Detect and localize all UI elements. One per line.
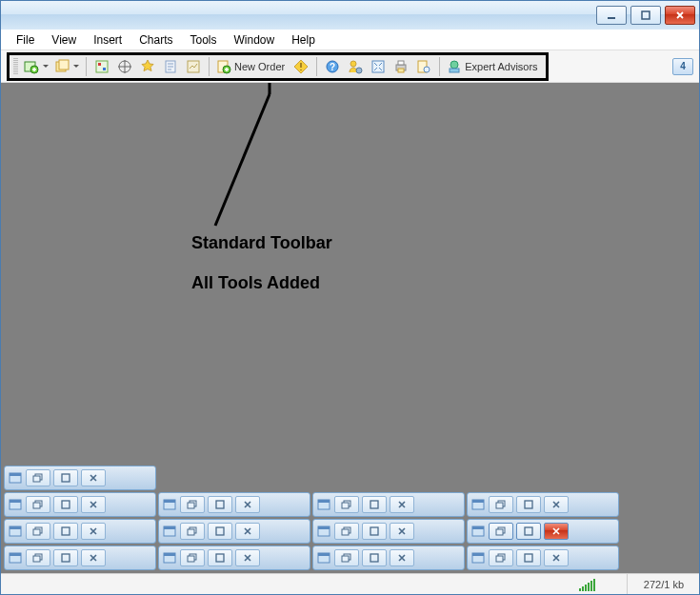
svg-point-23: [424, 67, 430, 72]
new-order-button[interactable]: New Order: [214, 56, 289, 77]
expert-advisors-button[interactable]: Expert Advisors: [445, 56, 541, 77]
mdi-restore-button[interactable]: [26, 496, 50, 513]
svg-line-27: [215, 94, 270, 226]
separator: [86, 57, 87, 76]
mdi-maximize-button[interactable]: [516, 523, 541, 540]
svg-rect-79: [164, 553, 175, 556]
mdi-restore-button[interactable]: [489, 496, 513, 513]
mdi-maximize-button[interactable]: [53, 496, 78, 513]
mdi-window[interactable]: [4, 492, 156, 517]
close-button[interactable]: [665, 6, 695, 25]
help-button[interactable]: ?: [322, 56, 343, 77]
minimize-button[interactable]: [596, 6, 627, 25]
mdi-close-button[interactable]: [544, 496, 569, 513]
mdi-restore-button[interactable]: [180, 549, 205, 566]
mdi-restore-button[interactable]: [26, 523, 50, 540]
notification-badge[interactable]: 4: [672, 58, 693, 75]
terminal-button[interactable]: [160, 56, 181, 77]
mdi-close-button[interactable]: [390, 496, 414, 513]
mdi-maximize-button[interactable]: [516, 496, 541, 513]
mdi-window[interactable]: [312, 545, 465, 570]
mdi-window[interactable]: [4, 545, 156, 570]
mdi-window[interactable]: [312, 519, 465, 544]
menu-insert[interactable]: Insert: [86, 31, 130, 49]
mdi-close-button[interactable]: [235, 549, 260, 566]
strategy-tester-button[interactable]: [183, 56, 204, 77]
maximize-button[interactable]: [630, 6, 661, 25]
mdi-maximize-button[interactable]: [208, 549, 232, 566]
mdi-close-button[interactable]: [390, 523, 414, 540]
svg-rect-67: [370, 527, 378, 535]
mdi-window[interactable]: [467, 519, 619, 544]
mdi-close-button[interactable]: [235, 523, 260, 540]
fullscreen-button[interactable]: [368, 56, 389, 77]
mdi-close-button[interactable]: [81, 469, 106, 486]
svg-rect-86: [342, 556, 349, 562]
mdi-maximize-button[interactable]: [362, 496, 387, 513]
metaquotes-button[interactable]: [290, 56, 311, 77]
menu-charts[interactable]: Charts: [131, 31, 180, 49]
data-window-button[interactable]: [137, 56, 158, 77]
mdi-window[interactable]: [467, 545, 619, 570]
svg-rect-61: [188, 529, 194, 535]
mdi-window[interactable]: [312, 492, 465, 517]
chart-window-icon: [8, 551, 23, 565]
workspace: Standard Toolbar All Tools Added: [1, 83, 699, 573]
menu-view[interactable]: View: [44, 31, 84, 49]
mdi-window[interactable]: [158, 545, 310, 570]
mdi-restore-button[interactable]: [180, 523, 205, 540]
mdi-close-button[interactable]: [81, 523, 106, 540]
svg-rect-57: [62, 527, 70, 535]
mdi-close-button[interactable]: [390, 549, 414, 566]
mdi-close-button[interactable]: [544, 549, 569, 566]
svg-rect-81: [188, 556, 194, 562]
menu-tools[interactable]: Tools: [183, 31, 225, 49]
mdi-restore-button[interactable]: [489, 549, 513, 566]
mdi-maximize-button[interactable]: [208, 523, 232, 540]
mdi-window[interactable]: [4, 466, 156, 490]
svg-rect-32: [62, 474, 70, 482]
mdi-restore-button[interactable]: [334, 496, 359, 513]
svg-rect-56: [33, 529, 40, 535]
mdi-maximize-button[interactable]: [53, 469, 78, 486]
mdi-close-button[interactable]: [81, 549, 106, 566]
toolbar-grip[interactable]: [13, 58, 18, 75]
mdi-window[interactable]: [467, 492, 619, 517]
mdi-maximize-button[interactable]: [53, 523, 78, 540]
mdi-restore-button[interactable]: [334, 523, 359, 540]
chart-window-icon: [316, 525, 331, 538]
profiles-button[interactable]: [52, 56, 81, 77]
mdi-window[interactable]: [4, 519, 156, 544]
mdi-maximize-button[interactable]: [516, 549, 541, 566]
print-button[interactable]: [390, 56, 411, 77]
mdi-restore-button[interactable]: [26, 549, 50, 566]
svg-rect-91: [496, 556, 503, 562]
navigator-button[interactable]: [114, 56, 135, 77]
mdi-maximize-button[interactable]: [362, 549, 387, 566]
chevron-down-icon: [73, 65, 79, 68]
chart-window-icon: [8, 498, 23, 511]
mdi-maximize-button[interactable]: [208, 496, 232, 513]
svg-rect-59: [164, 526, 175, 529]
mdi-close-button[interactable]: [235, 496, 260, 513]
menu-file[interactable]: File: [9, 31, 42, 49]
print-preview-button[interactable]: [413, 56, 434, 77]
fullscreen-icon: [370, 59, 386, 74]
menu-window[interactable]: Window: [227, 31, 283, 49]
market-watch-button[interactable]: [91, 56, 112, 77]
svg-rect-84: [318, 553, 330, 556]
mdi-close-button[interactable]: [544, 523, 569, 540]
mdi-close-button[interactable]: [81, 496, 106, 513]
svg-rect-46: [342, 503, 349, 508]
mdi-restore-button[interactable]: [180, 496, 205, 513]
mdi-window[interactable]: [158, 492, 310, 517]
mdi-restore-button[interactable]: [334, 549, 359, 566]
menu-help[interactable]: Help: [284, 31, 323, 49]
mdi-maximize-button[interactable]: [362, 523, 387, 540]
mdi-window[interactable]: [158, 519, 310, 544]
mdi-restore-button[interactable]: [489, 523, 513, 540]
options-button[interactable]: [345, 56, 366, 77]
mdi-restore-button[interactable]: [26, 469, 50, 486]
new-chart-button[interactable]: [22, 56, 50, 77]
mdi-maximize-button[interactable]: [53, 549, 78, 566]
